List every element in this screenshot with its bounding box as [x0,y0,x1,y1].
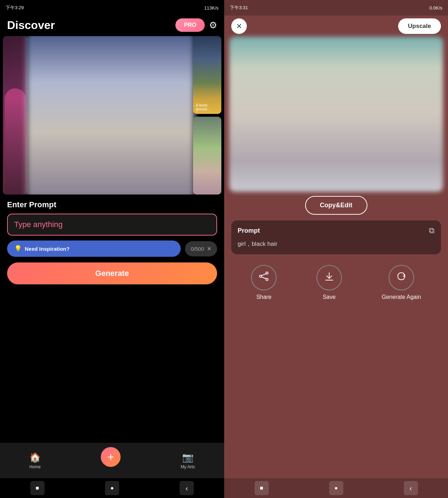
system-bar-right: ■ ● ‹ [224,478,448,498]
nav-item-myarts[interactable]: 📷 My Arts [181,452,195,469]
status-speed-left: 113K/s [204,5,219,11]
copy-prompt-button[interactable]: ⧉ [429,226,435,235]
spacer-right [224,307,448,479]
status-bar-left: 下午3:29 113K/s [0,0,224,16]
home-label: Home [29,464,41,469]
status-speed-right: 0.0K/s [429,5,442,11]
prompt-actions: 💡 Need Inspiration? 0/500 ✕ [7,241,217,257]
action-generate-again[interactable]: Generate Again [382,265,421,300]
sys-back-btn-left[interactable]: ‹ [180,481,194,495]
gallery-col-right: A lands ground... [193,36,221,195]
sys-square-btn-left[interactable]: ■ [30,481,45,495]
counter-clear-icon[interactable]: ✕ [207,245,211,252]
nav-add-button[interactable]: + [99,446,122,468]
generate-again-label: Generate Again [382,294,421,300]
prompt-section-header: Prompt ⧉ [238,226,435,235]
sys-square-btn-right[interactable]: ■ [255,481,269,495]
bulb-icon: 💡 [14,245,22,253]
gallery-label-right-top: A lands ground... [196,103,221,111]
svg-point-2 [266,278,268,280]
save-label: Save [323,294,336,300]
svg-point-1 [260,275,262,277]
upscale-button[interactable]: Upscale [398,18,441,34]
save-circle [316,265,342,290]
sys-back-btn-right[interactable]: ‹ [404,481,418,495]
enter-prompt-title: Enter Prompt [7,200,217,209]
gallery-image-right-bottom[interactable] [193,117,221,195]
copy-edit-button[interactable]: Copy&Edit [305,196,367,215]
action-buttons: Share Save [224,261,448,307]
system-bar-left: ■ ● ‹ [0,478,224,498]
status-time-right: 下午3:31 [230,5,248,11]
add-icon: + [107,451,114,464]
header-icons: PRO ⚙ [175,18,217,32]
svg-point-0 [266,272,268,274]
nav-item-home[interactable]: 🏠 Home [29,452,41,469]
save-icon [324,271,334,284]
action-save[interactable]: Save [316,265,342,300]
gallery-col-center [30,36,190,195]
spacer-left [0,284,224,443]
counter-badge: 0/500 ✕ [185,241,217,256]
prompt-input-placeholder: Type anything [14,220,63,229]
page-title: Discover [7,19,55,32]
back-icon-right: ‹ [409,484,412,492]
circle-icon-right: ● [334,485,338,491]
pro-button[interactable]: PRO [175,18,205,32]
status-bar-right: 下午3:31 0.0K/s [224,0,448,16]
prompt-section-label: Prompt [238,227,260,234]
status-time-left: 下午3:29 [6,5,24,11]
inspiration-button[interactable]: 💡 Need Inspiration? [7,241,181,257]
share-circle [251,265,277,290]
sys-circle-btn-right[interactable]: ● [329,481,343,495]
sys-circle-btn-left[interactable]: ● [105,481,119,495]
prompt-text: girl，black hair [238,239,435,249]
action-share[interactable]: Share [251,265,277,300]
svg-line-4 [262,277,266,279]
square-icon-left: ■ [36,485,39,491]
right-header: ✕ Upscale [224,16,448,38]
myarts-icon: 📷 [182,452,193,463]
prompt-input-container[interactable]: Type anything [7,214,217,236]
bottom-nav-left: 🏠 Home + 📷 My Arts [0,443,224,478]
gallery-image-left[interactable] [3,36,28,195]
share-icon [258,271,269,284]
gallery-image-center[interactable] [27,36,194,195]
close-button[interactable]: ✕ [231,18,247,34]
svg-line-3 [262,274,266,276]
image-gallery: A lands ground... [0,36,224,195]
right-panel: 下午3:31 0.0K/s ✕ Upscale Copy&Edit Prompt… [224,0,448,498]
left-panel: 下午3:29 113K/s Discover PRO ⚙ A lands gro… [0,0,224,498]
header-left: Discover PRO ⚙ [0,16,224,36]
generate-again-circle [389,265,414,290]
enter-prompt-section: Enter Prompt Type anything 💡 Need Inspir… [0,195,224,284]
inspiration-label: Need Inspiration? [25,246,70,252]
square-icon-right: ■ [260,485,263,491]
generate-again-icon [396,271,407,284]
circle-icon-left: ● [110,485,114,491]
back-icon-left: ‹ [186,484,188,492]
prompt-section: Prompt ⧉ girl，black hair [231,220,441,254]
home-icon: 🏠 [29,452,41,463]
myarts-label: My Arts [181,464,195,469]
generated-image [229,37,443,192]
gallery-image-right-top[interactable]: A lands ground... [193,36,221,114]
settings-icon[interactable]: ⚙ [209,20,217,31]
gallery-col-left [3,36,28,195]
counter-text: 0/500 [191,246,204,252]
share-label: Share [256,294,272,300]
generate-button[interactable]: Generate [7,262,217,284]
